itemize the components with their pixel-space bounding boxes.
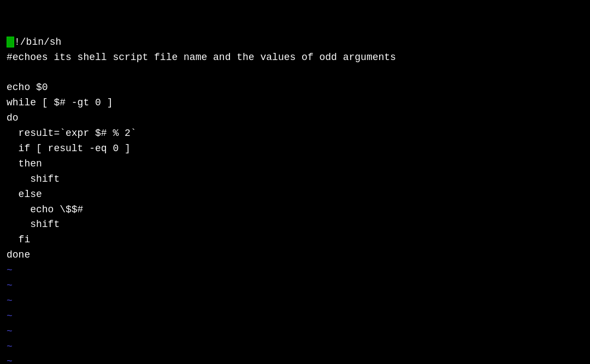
tilde-marker: ~ <box>7 263 13 278</box>
tilde-marker: ~ <box>7 294 13 309</box>
line-text: if [ result -eq 0 ] <box>7 141 131 157</box>
code-line: ~ <box>7 263 583 278</box>
code-line: ~ <box>7 294 583 309</box>
code-line: ~ <box>7 339 583 355</box>
code-line: #echoes its shell script file name and t… <box>7 50 583 65</box>
code-line: ~ <box>7 324 583 339</box>
code-line: if [ result -eq 0 ] <box>7 141 583 157</box>
line-text: echo \$$# <box>7 202 83 218</box>
line-text: echo $0 <box>7 80 48 96</box>
code-line: ~ <box>7 309 583 324</box>
line-text: result=`expr $# % 2` <box>7 126 137 141</box>
code-line: echo \$$# <box>7 202 583 218</box>
terminal-window[interactable]: !/bin/sh#echoes its shell script file na… <box>0 0 590 364</box>
tilde-marker: ~ <box>7 339 13 355</box>
line-text: do <box>7 111 19 126</box>
tilde-marker: ~ <box>7 278 13 294</box>
line-text: then <box>7 157 42 172</box>
tilde-marker: ~ <box>7 309 13 324</box>
line-text: !/bin/sh <box>14 35 61 50</box>
code-line: else <box>7 187 583 202</box>
code-editor: !/bin/sh#echoes its shell script file na… <box>7 4 583 364</box>
code-line: done <box>7 248 583 263</box>
code-line: ~ <box>7 354 583 364</box>
code-line: ~ <box>7 278 583 294</box>
code-line: do <box>7 111 583 126</box>
code-line: shift <box>7 172 583 187</box>
line-text: shift <box>7 172 60 187</box>
tilde-marker: ~ <box>7 354 13 364</box>
line-text: else <box>7 187 42 202</box>
code-line: then <box>7 157 583 172</box>
code-line: shift <box>7 217 583 232</box>
code-line: result=`expr $# % 2` <box>7 126 583 141</box>
code-line: echo $0 <box>7 80 583 96</box>
line-text: done <box>7 248 30 263</box>
tilde-marker: ~ <box>7 324 13 339</box>
code-line: !/bin/sh <box>7 35 583 50</box>
line-text: fi <box>7 232 30 248</box>
cursor <box>7 37 14 47</box>
code-line: while [ $# -gt 0 ] <box>7 96 583 111</box>
code-line <box>7 65 583 81</box>
code-line: fi <box>7 232 583 248</box>
line-text: while [ $# -gt 0 ] <box>7 96 113 111</box>
line-text: shift <box>7 217 60 232</box>
line-text: #echoes its shell script file name and t… <box>7 50 396 65</box>
